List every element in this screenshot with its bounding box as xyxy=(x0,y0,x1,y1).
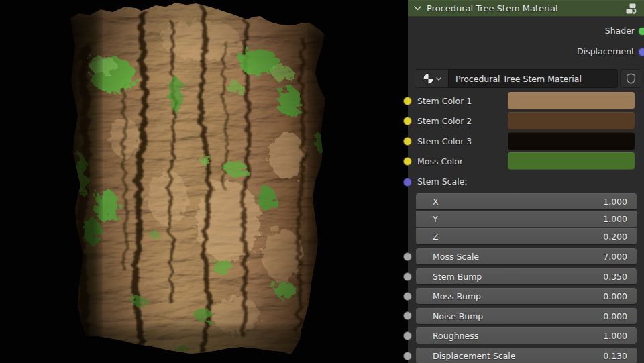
slider-label: X xyxy=(433,197,439,207)
moss-color-swatch[interactable] xyxy=(508,152,635,170)
slider-value: 1.000 xyxy=(603,214,627,224)
displacement-scale-slider[interactable]: Displacement Scale 0.130 xyxy=(416,348,637,363)
stem-color-2-label: Stem Color 2 xyxy=(408,116,472,126)
slider-value: 1.000 xyxy=(603,197,627,207)
displacement-scale-socket xyxy=(403,352,412,360)
stem-color-2-socket xyxy=(403,117,412,125)
stem-scale-label: Stem Scale: xyxy=(417,175,468,189)
slider-label: Y xyxy=(433,214,438,224)
material-datablock-row: Procedural Tree Stem Material xyxy=(415,69,641,88)
stem-color-3-label: Stem Color 3 xyxy=(408,136,472,146)
slider-label: Stem Bump xyxy=(433,272,482,282)
roughness-socket xyxy=(403,331,412,340)
slider-label: Moss Bump xyxy=(433,291,481,301)
viewport-3d[interactable] xyxy=(0,0,408,363)
slider-label: Z xyxy=(433,231,439,242)
slider-label: Displacement Scale xyxy=(433,351,516,361)
material-name-field[interactable]: Procedural Tree Stem Material xyxy=(448,69,618,88)
stem-color-1-row: Stem Color 1 xyxy=(408,92,644,109)
slider-value: 1.000 xyxy=(603,331,627,341)
slider-label: Moss Scale xyxy=(433,252,479,262)
moss-scale-socket xyxy=(403,252,412,261)
noise-bump-slider[interactable]: Noise Bump 0.000 xyxy=(416,308,637,324)
stem-color-3-row: Stem Color 3 xyxy=(408,132,644,150)
stem-color-2-row: Stem Color 2 xyxy=(408,112,644,129)
moss-bump-slider[interactable]: Moss Bump 0.000 xyxy=(416,288,637,304)
moss-color-socket xyxy=(403,157,412,166)
stem-scale-y-slider[interactable]: Y 1.000 xyxy=(416,211,637,227)
slider-label: Noise Bump xyxy=(433,311,483,321)
fake-user-button[interactable] xyxy=(620,69,641,88)
output-displacement-label: Displacement xyxy=(408,45,635,58)
stem-color-3-swatch[interactable] xyxy=(508,132,635,150)
moss-scale-slider[interactable]: Moss Scale 7.000 xyxy=(416,248,637,264)
stem-scale-socket xyxy=(403,178,412,187)
shader-output-socket xyxy=(638,27,644,36)
stem-bump-slider[interactable]: Stem Bump 0.350 xyxy=(416,268,637,284)
stem-color-1-swatch[interactable] xyxy=(508,92,635,109)
slider-value: 0.350 xyxy=(603,272,627,282)
noise-bump-socket xyxy=(403,311,412,320)
moss-bump-socket xyxy=(403,292,412,301)
stem-color-1-label: Stem Color 1 xyxy=(408,96,472,106)
material-properties-panel: Procedural Tree Stem Material Shader Dis… xyxy=(408,0,644,363)
slider-value: 0.000 xyxy=(603,311,627,321)
stem-color-3-socket xyxy=(403,137,412,146)
stem-color-1-socket xyxy=(403,97,412,105)
stem-scale-z-slider[interactable]: Z 0.200 xyxy=(416,228,637,244)
chevron-down-icon xyxy=(414,6,421,11)
slider-value: 7.000 xyxy=(603,252,627,262)
moss-color-label: Moss Color xyxy=(408,156,463,166)
slider-value: 0.000 xyxy=(603,291,627,301)
moss-color-row: Moss Color xyxy=(408,152,644,170)
slider-value: 0.130 xyxy=(603,351,627,361)
stem-bump-socket xyxy=(403,272,412,281)
material-browse-button[interactable] xyxy=(415,69,448,88)
node-group-icon xyxy=(625,3,638,15)
blender-screenshot: { "viewport": { "background": "#000000",… xyxy=(0,0,644,363)
slider-value: 0.200 xyxy=(603,231,627,242)
output-shader-label: Shader xyxy=(408,24,635,38)
chevron-down-icon xyxy=(436,77,441,81)
slider-label: Roughness xyxy=(433,331,478,341)
shield-icon xyxy=(626,73,636,84)
panel-header[interactable]: Procedural Tree Stem Material xyxy=(408,0,644,17)
tree-bark-render xyxy=(0,0,408,363)
displacement-output-socket xyxy=(638,48,644,56)
material-sphere-icon xyxy=(423,73,434,85)
roughness-slider[interactable]: Roughness 1.000 xyxy=(416,327,637,344)
stem-color-2-swatch[interactable] xyxy=(508,112,635,129)
stem-scale-x-slider[interactable]: X 1.000 xyxy=(416,193,637,209)
panel-title: Procedural Tree Stem Material xyxy=(427,3,625,13)
